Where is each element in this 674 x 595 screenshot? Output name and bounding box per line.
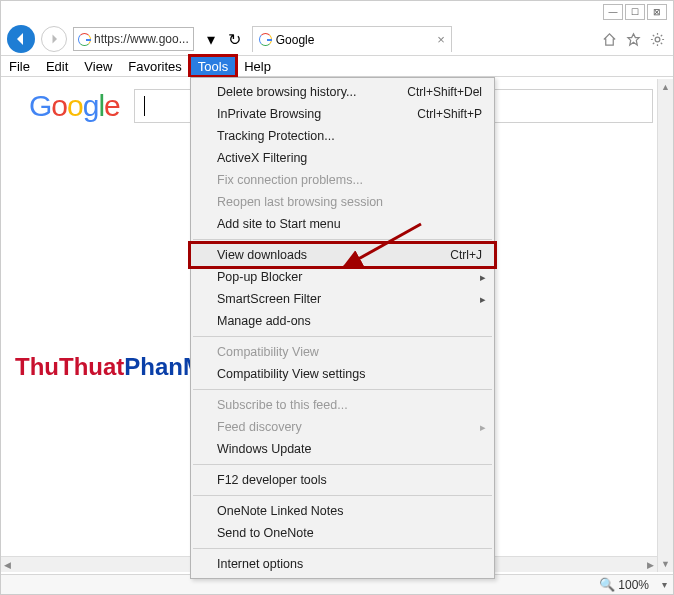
menu-item-label: SmartScreen Filter — [217, 292, 321, 306]
menu-item-label: Compatibility View — [217, 345, 319, 359]
menu-item-label: Delete browsing history... — [217, 85, 356, 99]
menu-item-label: InPrivate Browsing — [217, 107, 321, 121]
tab-title: Google — [276, 33, 433, 47]
dropdown-icon[interactable]: ▾ — [200, 28, 222, 50]
menu-item-label: Subscribe to this feed... — [217, 398, 348, 412]
menu-item-feed-discovery: Feed discovery — [191, 416, 494, 438]
menu-item-compatibility-view: Compatibility View — [191, 341, 494, 363]
menu-item-label: Reopen last browsing session — [217, 195, 383, 209]
menu-item-onenote-linked-notes[interactable]: OneNote Linked Notes — [191, 500, 494, 522]
menu-item-label: Add site to Start menu — [217, 217, 341, 231]
maximize-button[interactable]: ☐ — [625, 4, 645, 20]
url-text: https://www.goo... — [94, 32, 189, 46]
settings-gear-icon[interactable] — [647, 29, 667, 49]
menu-favorites[interactable]: Favorites — [120, 56, 189, 76]
menu-item-activex-filtering[interactable]: ActiveX Filtering — [191, 147, 494, 169]
menu-item-f12-developer-tools[interactable]: F12 developer tools — [191, 469, 494, 491]
menu-item-label: OneNote Linked Notes — [217, 504, 343, 518]
nav-icon-group: ▾ ↻ — [200, 28, 246, 50]
refresh-icon[interactable]: ↻ — [224, 28, 246, 50]
back-button[interactable] — [7, 25, 35, 53]
menu-item-windows-update[interactable]: Windows Update — [191, 438, 494, 460]
menu-item-smartscreen-filter[interactable]: SmartScreen Filter — [191, 288, 494, 310]
menu-item-label: Internet options — [217, 557, 303, 571]
menu-help[interactable]: Help — [236, 56, 279, 76]
google-favicon-icon — [78, 33, 91, 46]
text-cursor — [144, 96, 145, 116]
menu-file[interactable]: File — [1, 56, 38, 76]
close-tab-icon[interactable]: × — [437, 32, 445, 47]
menu-item-label: Feed discovery — [217, 420, 302, 434]
menu-edit[interactable]: Edit — [38, 56, 76, 76]
menu-separator — [193, 336, 492, 337]
close-window-button[interactable]: ⊠ — [647, 4, 667, 20]
menu-item-fix-connection-problems: Fix connection problems... — [191, 169, 494, 191]
forward-button[interactable] — [41, 26, 67, 52]
content-area: Google Delete browsing history...Ctrl+Sh… — [1, 77, 673, 574]
tools-menu-dropdown: Delete browsing history...Ctrl+Shift+Del… — [190, 77, 495, 579]
minimize-button[interactable]: — — [603, 4, 623, 20]
menu-item-view-downloads[interactable]: View downloadsCtrl+J — [191, 244, 494, 266]
menu-item-reopen-last-browsing-session: Reopen last browsing session — [191, 191, 494, 213]
menu-item-label: Manage add-ons — [217, 314, 311, 328]
menu-item-subscribe-to-this-feed: Subscribe to this feed... — [191, 394, 494, 416]
zoom-chevron-icon[interactable]: ▾ — [662, 579, 667, 590]
menu-item-label: F12 developer tools — [217, 473, 327, 487]
menu-item-internet-options[interactable]: Internet options — [191, 553, 494, 575]
home-icon[interactable] — [599, 29, 619, 49]
menu-item-send-to-onenote[interactable]: Send to OneNote — [191, 522, 494, 544]
menu-item-shortcut: Ctrl+J — [450, 248, 482, 262]
zoom-level: 100% — [618, 578, 649, 592]
menu-item-label: Send to OneNote — [217, 526, 314, 540]
browser-tab[interactable]: Google × — [252, 26, 452, 52]
vertical-scrollbar[interactable]: ▲ ▼ — [657, 79, 673, 572]
menu-item-label: Compatibility View settings — [217, 367, 365, 381]
menu-item-label: Tracking Protection... — [217, 129, 335, 143]
menu-item-delete-browsing-history[interactable]: Delete browsing history...Ctrl+Shift+Del — [191, 81, 494, 103]
toolbar-right — [599, 29, 667, 49]
menu-item-label: Windows Update — [217, 442, 312, 456]
menu-item-shortcut: Ctrl+Shift+P — [417, 107, 482, 121]
zoom-control[interactable]: 🔍 100% — [599, 577, 649, 592]
menu-item-manage-add-ons[interactable]: Manage add-ons — [191, 310, 494, 332]
menu-separator — [193, 464, 492, 465]
menu-item-label: View downloads — [217, 248, 307, 262]
menu-item-inprivate-browsing[interactable]: InPrivate BrowsingCtrl+Shift+P — [191, 103, 494, 125]
menu-item-shortcut: Ctrl+Shift+Del — [407, 85, 482, 99]
menu-tools[interactable]: Tools — [190, 56, 236, 76]
menu-item-label: Fix connection problems... — [217, 173, 363, 187]
menu-bar: FileEditViewFavoritesToolsHelp — [1, 55, 673, 77]
favorites-icon[interactable] — [623, 29, 643, 49]
menu-separator — [193, 389, 492, 390]
scroll-down-icon[interactable]: ▼ — [658, 556, 673, 572]
scroll-right-icon[interactable]: ▶ — [647, 560, 654, 570]
menu-item-compatibility-view-settings[interactable]: Compatibility View settings — [191, 363, 494, 385]
scroll-up-icon[interactable]: ▲ — [658, 79, 673, 95]
menu-item-add-site-to-start-menu[interactable]: Add site to Start menu — [191, 213, 494, 235]
magnifier-icon: 🔍 — [599, 577, 615, 592]
menu-item-tracking-protection[interactable]: Tracking Protection... — [191, 125, 494, 147]
menu-view[interactable]: View — [76, 56, 120, 76]
menu-separator — [193, 548, 492, 549]
menu-item-pop-up-blocker[interactable]: Pop-up Blocker — [191, 266, 494, 288]
svg-point-0 — [655, 37, 660, 42]
menu-item-label: Pop-up Blocker — [217, 270, 302, 284]
scroll-left-icon[interactable]: ◀ — [4, 560, 11, 570]
menu-separator — [193, 239, 492, 240]
window-titlebar: — ☐ ⊠ — [1, 1, 673, 23]
navigation-bar: https://www.goo... ▾ ↻ Google × — [1, 23, 673, 55]
address-bar[interactable]: https://www.goo... — [73, 27, 194, 51]
menu-separator — [193, 495, 492, 496]
google-favicon-icon — [259, 33, 272, 46]
menu-item-label: ActiveX Filtering — [217, 151, 307, 165]
google-logo: Google — [29, 89, 120, 123]
